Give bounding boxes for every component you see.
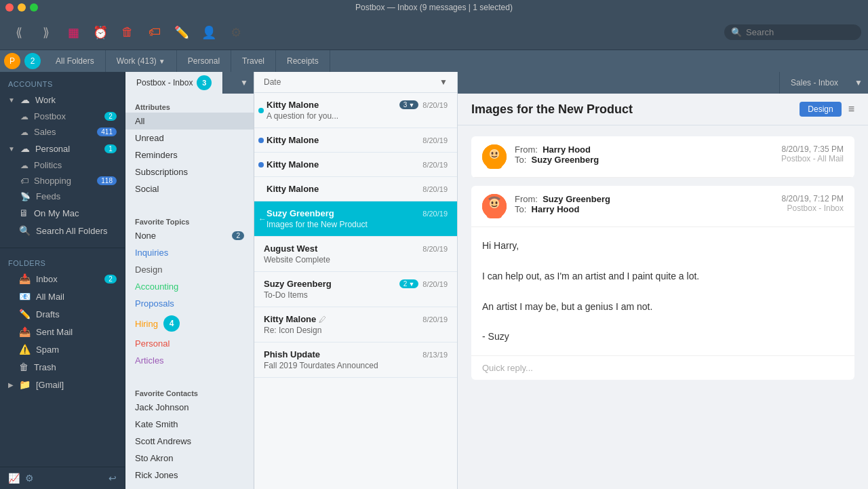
email-item-header: Kitty Malone 8/20/19 — [267, 135, 448, 145]
message-container: From: Harry Hood To: Suzy Greenberg 8/20… — [458, 125, 868, 489]
sidebar-item-searchall[interactable]: ▶ 🔍 Search All Folders — [0, 222, 125, 239]
cloud-icon: ☁ — [20, 161, 28, 170]
unread-dot — [258, 108, 264, 113]
postbox-badge: 2 — [104, 112, 117, 121]
shopping-badge: 118 — [97, 176, 117, 185]
email-sender: Kitty Malone — [267, 135, 319, 145]
sort-icon[interactable]: ▼ — [439, 77, 448, 87]
email-item[interactable]: Kitty Malone 🖊 8/20/19 Re: Icon Design — [254, 307, 457, 343]
filter-contact-jack[interactable]: Jack Johnson — [125, 399, 254, 416]
chevron-down-icon[interactable]: ▼ — [235, 78, 254, 87]
email-item[interactable]: Kitty Malone 3▼ 8/20/19 A question for y… — [254, 93, 457, 128]
filter-icon[interactable]: ⚙ — [25, 473, 34, 484]
folders-section: Folders ▶ 📥 Inbox 2 ▶ 📧 All Mail ▶ ✏️ Dr… — [0, 251, 125, 399]
filter-panel: Postbox - Inbox 3 ▼ Attributes All Unrea… — [125, 72, 254, 489]
step4-badge: 4 — [163, 315, 180, 332]
tag-button[interactable]: 🏷 — [142, 20, 167, 45]
from-field: From: Harry Hood — [515, 144, 773, 155]
settings-button[interactable]: ⚙ — [224, 20, 248, 45]
contacts-button[interactable]: 👤 — [197, 20, 221, 45]
email-preview: Images for the New Product — [267, 220, 448, 229]
sidebar-item-politics[interactable]: ☁ Politics — [0, 157, 125, 173]
sidebar-item-work[interactable]: ▼ ☁ Work — [0, 91, 125, 109]
archive-button[interactable]: ▦ — [61, 20, 85, 45]
forward-button[interactable]: ⟫ — [34, 20, 58, 45]
filter-hiring[interactable]: Hiring — [135, 319, 158, 329]
message-from-info: From: Suzy Greenberg To: Harry Hood — [515, 194, 774, 214]
tab-travel[interactable]: Travel — [231, 50, 276, 72]
sidebar-item-trash[interactable]: ▶ 🗑 Trash — [0, 358, 125, 376]
filter-articles[interactable]: Articles — [125, 352, 254, 369]
filter-contact-sto[interactable]: Sto Akron — [125, 450, 254, 467]
close-button[interactable] — [5, 3, 14, 12]
delete-button[interactable]: 🗑 — [115, 20, 140, 45]
step2-badge[interactable]: 2 — [24, 53, 41, 69]
filter-social[interactable]: Social — [125, 180, 254, 197]
design-button[interactable]: Design — [800, 102, 841, 117]
expand-icon: ▶ — [8, 381, 14, 389]
filter-reminders[interactable]: Reminders — [125, 146, 254, 163]
filter-design[interactable]: Design — [125, 261, 254, 278]
filter-personal[interactable]: Personal — [125, 335, 254, 352]
allmail-label: All Mail — [36, 292, 117, 302]
email-item[interactable]: Kitty Malone 8/20/19 — [254, 128, 457, 153]
tab-sales-inbox[interactable]: Sales - Inbox — [779, 72, 849, 94]
sidebar-item-sentmail[interactable]: ▶ 📤 Sent Mail — [0, 323, 125, 340]
folder-tabs: P 2 All Folders Work (413) ▼ Personal Tr… — [0, 50, 868, 72]
minimize-button[interactable] — [18, 3, 26, 12]
email-item[interactable]: Suzy Greenberg 2▼ 8/20/19 To-Do Items — [254, 272, 457, 307]
sidebar-item-inbox[interactable]: ▶ 📥 Inbox 2 — [0, 270, 125, 288]
remind-button[interactable]: ⏰ — [88, 20, 113, 45]
spam-icon: ⚠️ — [19, 344, 31, 355]
sidebar-item-onmymac[interactable]: ▶ 🖥 On My Mac — [0, 204, 125, 222]
filter-contact-rick[interactable]: Rick Jones — [125, 467, 254, 484]
filter-all[interactable]: All — [125, 113, 254, 130]
sidebar-item-spam[interactable]: ▶ ⚠️ Spam — [0, 340, 125, 358]
sidebar-item-drafts[interactable]: ▶ ✏️ Drafts — [0, 305, 125, 323]
filter-subscriptions[interactable]: Subscriptions — [125, 163, 254, 180]
sidebar-item-shopping[interactable]: 🏷 Shopping 118 — [0, 173, 125, 189]
sidebar-item-sales[interactable]: ☁ Sales 411 — [0, 124, 125, 140]
activity-icon[interactable]: 📈 — [8, 473, 20, 484]
tab-all-folders[interactable]: All Folders — [45, 50, 106, 72]
search-icon: 🔍 — [19, 225, 31, 236]
maximize-button[interactable] — [30, 3, 38, 12]
filter-inquiries[interactable]: Inquiries — [125, 244, 254, 261]
chevron-down-icon: ▼ — [159, 58, 165, 65]
tab-receipts[interactable]: Receipts — [276, 50, 330, 72]
work-label: Work — [35, 95, 117, 105]
email-item[interactable]: August West 8/20/19 Website Complete — [254, 237, 457, 272]
filter-unread[interactable]: Unread — [125, 130, 254, 146]
filter-proposals[interactable]: Proposals — [125, 295, 254, 312]
reading-tab-chevron[interactable]: ▼ — [849, 78, 868, 87]
email-item[interactable]: Phish Update 8/13/19 Fall 2019 Tourdates… — [254, 343, 457, 378]
account-avatar[interactable]: P — [0, 50, 24, 72]
email-item[interactable]: Kitty Malone 8/20/19 — [254, 153, 457, 177]
filter-accounting[interactable]: Accounting — [125, 278, 254, 295]
email-preview: Website Complete — [264, 255, 448, 265]
more-options-icon[interactable]: ≡ — [848, 103, 854, 115]
email-item[interactable]: Kitty Malone 8/20/19 — [254, 177, 457, 201]
email-item-selected[interactable]: ← Suzy Greenberg 8/20/19 Images for the … — [254, 201, 457, 237]
sidebar-item-allmail[interactable]: ▶ 📧 All Mail — [0, 288, 125, 305]
cloud-icon: ☁ — [20, 94, 30, 105]
filter-none[interactable]: None 2 — [125, 227, 254, 244]
search-input[interactable] — [746, 27, 854, 37]
filter-contact-scott[interactable]: Scott Andrews — [125, 433, 254, 450]
sidebar-item-personal[interactable]: ▼ ☁ Personal 1 — [0, 140, 125, 157]
sidebar-item-feeds[interactable]: 📡 Feeds — [0, 189, 125, 204]
compose-button[interactable]: ✏️ — [170, 20, 194, 45]
tab-postbox-inbox[interactable]: Postbox - Inbox 3 — [125, 72, 223, 94]
email-date: 8/13/19 — [422, 351, 448, 359]
tab-personal[interactable]: Personal — [177, 50, 231, 72]
sidebar-item-postbox[interactable]: ☁ Postbox 2 — [0, 109, 125, 124]
sidebar-item-gmail[interactable]: ▶ 📁 [Gmail] — [0, 376, 125, 393]
tab-work[interactable]: Work (413) ▼ — [106, 50, 177, 72]
trash-label: Trash — [34, 362, 117, 372]
filter-contact-kate[interactable]: Kate Smith — [125, 416, 254, 433]
email-badge: 3▼ — [399, 100, 418, 109]
reply-all-button[interactable]: ⟪ — [7, 20, 31, 45]
search-icon: 🔍 — [731, 27, 742, 37]
quick-reply-field[interactable]: Quick reply... — [471, 355, 854, 380]
logout-icon[interactable]: ↩ — [108, 473, 117, 484]
